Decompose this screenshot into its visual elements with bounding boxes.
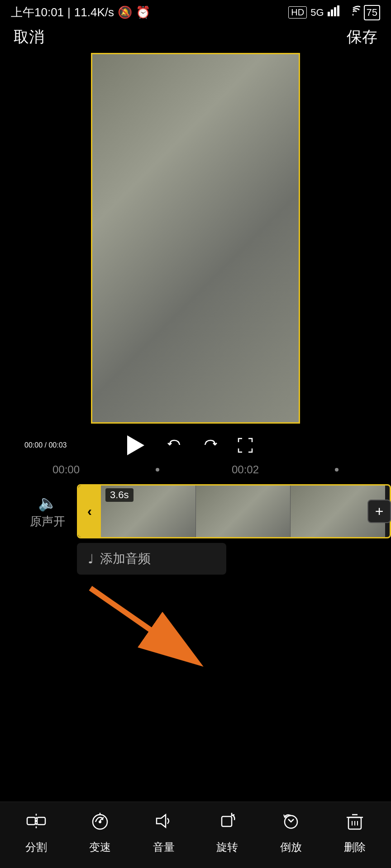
svg-point-10 bbox=[99, 821, 101, 823]
status-speed: 11.4K/s bbox=[74, 5, 114, 19]
chevron-left-icon: ‹ bbox=[87, 504, 92, 519]
video-strip-border: ‹ 3.6s bbox=[77, 484, 391, 538]
svg-rect-1 bbox=[331, 9, 333, 16]
svg-rect-6 bbox=[27, 817, 35, 825]
speed-icon bbox=[89, 810, 111, 836]
add-audio-label: 添加音频 bbox=[100, 550, 151, 567]
video-strip-container[interactable]: ‹ 3.6s + bbox=[77, 484, 391, 538]
playback-time-row: 00:00 / 00:03 bbox=[11, 432, 380, 459]
status-time: 上午10:01 bbox=[11, 5, 64, 20]
video-preview-wrapper bbox=[0, 53, 391, 424]
ruler-dot-2 bbox=[335, 468, 339, 472]
hd-badge: HD bbox=[288, 6, 307, 19]
music-icon: ♩ bbox=[88, 552, 94, 566]
playback-section: 00:00 / 00:03 bbox=[0, 424, 391, 459]
battery-level: 75 bbox=[367, 7, 377, 18]
reverse-icon bbox=[280, 810, 302, 836]
tool-rotate[interactable]: 旋转 bbox=[205, 810, 250, 854]
tool-speed[interactable]: 变速 bbox=[77, 810, 123, 854]
svg-rect-3 bbox=[337, 5, 339, 16]
svg-rect-7 bbox=[37, 817, 45, 825]
ruler-time-1: 00:00 bbox=[52, 463, 80, 476]
delete-icon bbox=[344, 810, 366, 836]
volume-label: 音量 bbox=[153, 840, 175, 854]
alarm-icon: ⏰ bbox=[136, 5, 150, 19]
save-button[interactable]: 保存 bbox=[347, 27, 377, 47]
strip-thumb-2 bbox=[196, 486, 291, 537]
track-label: 🔈 原声开 bbox=[18, 494, 77, 529]
mute-icon: 🔕 bbox=[118, 5, 132, 19]
arrow-annotation bbox=[0, 575, 391, 674]
delete-label: 删除 bbox=[344, 840, 366, 854]
tool-delete[interactable]: 删除 bbox=[332, 810, 377, 854]
strip-duration-badge: 3.6s bbox=[105, 488, 134, 502]
timeline-area: 🔈 原声开 ‹ 3.6s + ♩ 添加音频 bbox=[0, 478, 391, 575]
status-right: HD 5G 75 bbox=[288, 5, 380, 20]
signal-5g: 5G bbox=[310, 7, 324, 19]
battery-icon: 75 bbox=[364, 5, 380, 20]
svg-rect-0 bbox=[328, 12, 330, 16]
playback-controls bbox=[121, 432, 254, 459]
tool-volume[interactable]: 音量 bbox=[141, 810, 186, 854]
add-audio-button[interactable]: ♩ 添加音频 bbox=[77, 543, 226, 575]
original-sound-label: 原声开 bbox=[30, 514, 65, 529]
signal-bars-icon bbox=[328, 5, 342, 19]
rotate-label: 旋转 bbox=[216, 840, 238, 854]
volume-icon bbox=[153, 810, 175, 836]
svg-line-5 bbox=[91, 588, 195, 660]
video-track-row: 🔈 原声开 ‹ 3.6s + bbox=[0, 484, 391, 538]
status-bar: 上午10:01 | 11.4K/s 🔕 ⏰ HD 5G 75 bbox=[0, 0, 391, 23]
status-left: 上午10:01 | 11.4K/s 🔕 ⏰ bbox=[11, 5, 150, 20]
cancel-button[interactable]: 取消 bbox=[14, 27, 44, 47]
split-label: 分割 bbox=[25, 840, 47, 854]
split-icon bbox=[25, 810, 47, 836]
play-button[interactable] bbox=[121, 432, 148, 459]
tool-split[interactable]: 分割 bbox=[14, 810, 59, 854]
top-bar: 取消 保存 bbox=[0, 23, 391, 53]
redo-button[interactable] bbox=[201, 437, 219, 454]
speed-label: 变速 bbox=[89, 840, 111, 854]
timeline-ruler: 00:00 00:02 bbox=[0, 459, 391, 478]
bottom-toolbar: 分割 变速 音量 bbox=[0, 802, 391, 868]
strip-left-handle[interactable]: ‹ bbox=[78, 486, 101, 537]
strip-add-button[interactable]: + bbox=[367, 500, 391, 523]
ruler-dot-1 bbox=[156, 468, 159, 472]
svg-marker-11 bbox=[157, 815, 166, 827]
speaker-icon: 🔈 bbox=[38, 494, 57, 512]
video-strip-inner bbox=[101, 486, 385, 537]
audio-track-row: ♩ 添加音频 bbox=[0, 538, 391, 575]
tool-reverse[interactable]: 倒放 bbox=[268, 810, 314, 854]
video-preview[interactable] bbox=[91, 53, 300, 424]
svg-rect-2 bbox=[334, 7, 336, 16]
svg-rect-12 bbox=[222, 816, 232, 826]
play-triangle-icon bbox=[127, 435, 144, 455]
wifi-icon bbox=[346, 5, 360, 19]
reverse-label: 倒放 bbox=[280, 840, 302, 854]
fullscreen-button[interactable] bbox=[237, 437, 254, 454]
video-frame bbox=[92, 54, 299, 422]
undo-button[interactable] bbox=[166, 437, 183, 454]
status-separator: | bbox=[67, 5, 71, 19]
ruler-time-2: 00:02 bbox=[232, 463, 259, 476]
current-time: 00:00 / 00:03 bbox=[24, 441, 67, 449]
rotate-icon bbox=[216, 810, 238, 836]
annotation-arrow bbox=[0, 575, 391, 674]
